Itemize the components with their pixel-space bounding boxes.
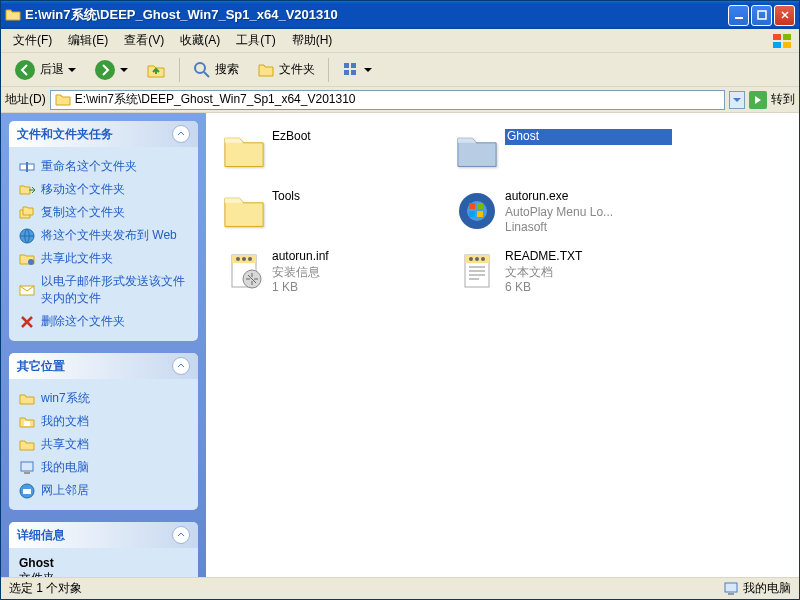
tasks-panel-body: 重命名这个文件夹 移动这个文件夹 复制这个文件夹 将这个文件夹发布到 Web 共… bbox=[9, 147, 198, 341]
dropdown-icon bbox=[120, 66, 128, 74]
collapse-icon bbox=[172, 125, 190, 143]
svg-point-30 bbox=[475, 257, 479, 261]
address-input[interactable]: E:\win7系统\DEEP_Ghost_Win7_Sp1_x64_V20131… bbox=[50, 90, 725, 110]
file-name: autorun.inf bbox=[272, 249, 439, 265]
folder-icon bbox=[222, 191, 266, 231]
svg-rect-15 bbox=[21, 462, 33, 471]
place-network[interactable]: 网上邻居 bbox=[19, 479, 188, 502]
chevron-down-icon bbox=[733, 96, 741, 104]
file-name: Ghost bbox=[505, 129, 672, 145]
statusbar: 选定 1 个对象 我的电脑 bbox=[1, 577, 799, 599]
place-mycomputer[interactable]: 我的电脑 bbox=[19, 456, 188, 479]
tasks-panel-header[interactable]: 文件和文件夹任务 bbox=[9, 121, 198, 147]
file-item-txt[interactable]: README.TXT文本文档6 KB bbox=[451, 245, 676, 301]
file-name: autorun.exe bbox=[505, 189, 672, 205]
back-label: 后退 bbox=[40, 61, 64, 78]
file-item-inf[interactable]: autorun.inf安装信息1 KB bbox=[218, 245, 443, 301]
menu-edit[interactable]: 编辑(E) bbox=[60, 30, 116, 51]
details-panel-body: Ghost 文件夹 修改日期: 2012年4月30日, 15:16 bbox=[9, 548, 198, 577]
status-selection: 选定 1 个对象 bbox=[9, 580, 82, 597]
folder-item[interactable]: EzBoot bbox=[218, 125, 443, 181]
details-panel-title: 详细信息 bbox=[17, 527, 65, 544]
task-email[interactable]: 以电子邮件形式发送该文件夹内的文件 bbox=[19, 270, 188, 310]
forward-icon bbox=[94, 59, 116, 81]
task-share[interactable]: 共享此文件夹 bbox=[19, 247, 188, 270]
documents-icon bbox=[19, 414, 35, 430]
views-button[interactable] bbox=[335, 57, 379, 83]
folder-item[interactable]: Tools bbox=[218, 185, 443, 241]
file-list[interactable]: EzBoot Ghost Tools autorun.exeAutoPlay M… bbox=[206, 113, 799, 577]
maximize-button[interactable] bbox=[751, 5, 772, 26]
menubar: 文件(F) 编辑(E) 查看(V) 收藏(A) 工具(T) 帮助(H) bbox=[1, 29, 799, 53]
svg-point-29 bbox=[469, 257, 473, 261]
svg-point-12 bbox=[28, 259, 34, 265]
svg-point-4 bbox=[195, 63, 205, 73]
task-delete[interactable]: 删除这个文件夹 bbox=[19, 310, 188, 333]
computer-icon bbox=[19, 460, 35, 476]
folders-label: 文件夹 bbox=[279, 61, 315, 78]
network-icon bbox=[19, 483, 35, 499]
places-panel-body: win7系统 我的文档 共享文档 我的电脑 网上邻居 bbox=[9, 379, 198, 510]
task-rename[interactable]: 重命名这个文件夹 bbox=[19, 155, 188, 178]
minimize-button[interactable] bbox=[728, 5, 749, 26]
up-folder-icon bbox=[146, 60, 166, 80]
task-copy[interactable]: 复制这个文件夹 bbox=[19, 201, 188, 224]
svg-rect-16 bbox=[24, 472, 30, 474]
folder-icon bbox=[455, 131, 499, 171]
copy-icon bbox=[19, 205, 35, 221]
menu-favorites[interactable]: 收藏(A) bbox=[172, 30, 228, 51]
address-dropdown[interactable] bbox=[729, 91, 745, 109]
search-button[interactable]: 搜索 bbox=[186, 57, 246, 83]
place-mydocs[interactable]: 我的文档 bbox=[19, 410, 188, 433]
details-panel: 详细信息 Ghost 文件夹 修改日期: 2012年4月30日, 15:16 bbox=[9, 522, 198, 577]
menu-help[interactable]: 帮助(H) bbox=[284, 30, 341, 51]
svg-rect-33 bbox=[728, 593, 734, 595]
place-win7[interactable]: win7系统 bbox=[19, 387, 188, 410]
go-label: 转到 bbox=[771, 91, 795, 108]
svg-rect-14 bbox=[24, 421, 30, 426]
txt-icon bbox=[457, 251, 497, 291]
place-shareddocs[interactable]: 共享文档 bbox=[19, 433, 188, 456]
folder-item-selected[interactable]: Ghost bbox=[451, 125, 676, 181]
file-name: Tools bbox=[272, 189, 439, 205]
sidebar: 文件和文件夹任务 重命名这个文件夹 移动这个文件夹 复制这个文件夹 将这个文件夹… bbox=[1, 113, 206, 577]
task-move[interactable]: 移动这个文件夹 bbox=[19, 178, 188, 201]
menu-file[interactable]: 文件(F) bbox=[5, 30, 60, 51]
tasks-panel-title: 文件和文件夹任务 bbox=[17, 126, 113, 143]
toolbar-separator bbox=[179, 58, 180, 82]
rename-icon bbox=[19, 159, 35, 175]
menu-tools[interactable]: 工具(T) bbox=[228, 30, 283, 51]
file-meta: 1 KB bbox=[272, 280, 439, 296]
folder-icon bbox=[5, 7, 21, 23]
details-panel-header[interactable]: 详细信息 bbox=[9, 522, 198, 548]
folders-icon bbox=[257, 61, 275, 79]
collapse-icon bbox=[172, 526, 190, 544]
close-button[interactable] bbox=[774, 5, 795, 26]
menu-view[interactable]: 查看(V) bbox=[116, 30, 172, 51]
svg-point-25 bbox=[248, 257, 252, 261]
file-name: EzBoot bbox=[272, 129, 439, 145]
dropdown-icon bbox=[68, 66, 76, 74]
svg-rect-0 bbox=[735, 17, 743, 19]
detail-name: Ghost bbox=[19, 556, 188, 570]
status-location: 我的电脑 bbox=[723, 580, 791, 597]
search-icon bbox=[193, 61, 211, 79]
svg-point-31 bbox=[481, 257, 485, 261]
places-panel: 其它位置 win7系统 我的文档 共享文档 我的电脑 网上邻居 bbox=[9, 353, 198, 510]
address-path: E:\win7系统\DEEP_Ghost_Win7_Sp1_x64_V20131… bbox=[75, 91, 356, 108]
go-button[interactable] bbox=[749, 91, 767, 109]
file-item-exe[interactable]: autorun.exeAutoPlay Menu Lo...Linasoft bbox=[451, 185, 676, 241]
titlebar[interactable]: E:\win7系统\DEEP_Ghost_Win7_Sp1_x64_V20131… bbox=[1, 1, 799, 29]
address-bar: 地址(D) E:\win7系统\DEEP_Ghost_Win7_Sp1_x64_… bbox=[1, 87, 799, 113]
window-controls bbox=[728, 5, 795, 26]
forward-button[interactable] bbox=[87, 55, 135, 85]
back-button[interactable]: 后退 bbox=[7, 55, 83, 85]
svg-point-3 bbox=[95, 60, 115, 80]
task-publish[interactable]: 将这个文件夹发布到 Web bbox=[19, 224, 188, 247]
up-button[interactable] bbox=[139, 56, 173, 84]
toolbar-separator bbox=[328, 58, 329, 82]
exe-icon bbox=[457, 191, 497, 231]
svg-rect-8 bbox=[351, 70, 356, 75]
places-panel-header[interactable]: 其它位置 bbox=[9, 353, 198, 379]
folders-button[interactable]: 文件夹 bbox=[250, 57, 322, 83]
